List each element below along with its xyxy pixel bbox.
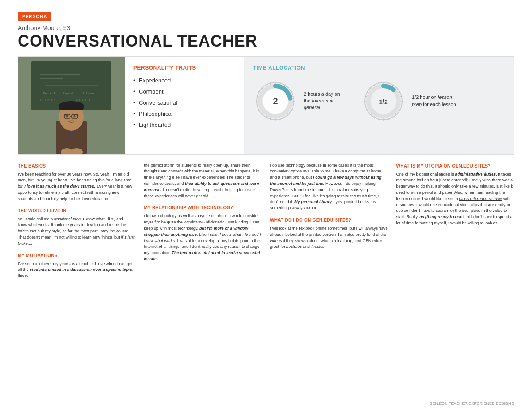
donut-svg-lesson: 1/2 xyxy=(361,79,406,123)
footer: GEN.EDU TEACHER EXPERIENCE DESIGN 5 xyxy=(430,401,514,406)
svg-text:Solution: Solution xyxy=(82,92,94,95)
page: PERSONA Anthony Moore, 53 CONVERSATIONAL… xyxy=(0,0,532,411)
text-genedo: I will look at the textbook online somet… xyxy=(270,226,388,250)
time-chart-internet: 2 2 hours a day on the Internet in gener… xyxy=(253,79,348,123)
svg-text:x + 4 = 0: x + 4 = 0 xyxy=(76,98,90,102)
heading-genedo: WHAT DO I DO ON GEN.EDU SITES? xyxy=(270,217,388,223)
personality-block: PERSONALITY TRAITS Experienced Confident… xyxy=(125,57,244,154)
time-chart-internet-desc: 2 hours a day on the Internet in general xyxy=(304,91,348,111)
svg-text:a² + b = c: a² + b = c xyxy=(40,98,55,102)
heading-motivations: MY MOTIVATIONS xyxy=(18,252,136,259)
column-2: the perfect storm for students to really… xyxy=(144,163,262,283)
heading-technology: MY RELATIONSHIP WITH TECHNOLOGY xyxy=(144,204,262,211)
column-4: WHAT IS MY UTOPIA ON GEN.EDU SITES? One … xyxy=(396,163,515,283)
svg-text:1/2: 1/2 xyxy=(379,98,388,106)
person-title: CONVERSATIONAL TEACHER xyxy=(18,32,514,50)
svg-text:2: 2 xyxy=(273,96,278,106)
photo-placeholder: Second Expand Solution a² + b = c x + 4 … xyxy=(18,57,125,154)
time-chart-lesson: 1/2 1/2 hour on lesson prep for each les… xyxy=(361,79,456,123)
donut-lesson: 1/2 xyxy=(361,79,406,123)
text-technology: I know technology as well as anyone out … xyxy=(144,213,262,262)
column-3: I do use technology because in some case… xyxy=(270,163,388,283)
text-technology-cont: I do use technology because in some case… xyxy=(270,163,388,211)
svg-rect-16 xyxy=(59,103,84,110)
svg-point-22 xyxy=(66,115,68,117)
trait-lighthearted: Lighthearted xyxy=(133,121,235,128)
personality-traits-list: Experienced Confident Conversational Phi… xyxy=(133,77,235,128)
person-name: Anthony Moore, 53 xyxy=(18,24,514,31)
time-chart-lesson-desc: 1/2 hour on lesson prep for each lesson xyxy=(412,94,456,108)
svg-point-23 xyxy=(74,115,76,117)
column-1: THE BASICS I've been teaching for over 3… xyxy=(18,163,136,283)
text-motivations: I've seen a lot over my years as a teach… xyxy=(18,261,136,279)
svg-text:Second: Second xyxy=(43,91,55,95)
trait-confident: Confident xyxy=(133,88,235,95)
time-charts: 2 2 hours a day on the Internet in gener… xyxy=(253,79,505,123)
trait-conversational: Conversational xyxy=(133,99,235,106)
persona-badge: PERSONA xyxy=(18,12,51,21)
donut-internet: 2 xyxy=(253,79,297,123)
time-block: TIME ALLOCATION xyxy=(244,57,514,154)
heading-basics: THE BASICS xyxy=(18,163,136,169)
text-utopia: One of my biggest challenges is administ… xyxy=(396,172,515,227)
personality-heading: PERSONALITY TRAITS xyxy=(133,65,235,71)
heading-world: THE WORLD I LIVE IN xyxy=(18,207,136,214)
text-world: You could call me a traditional man. I k… xyxy=(18,216,136,247)
donut-svg-internet: 2 xyxy=(253,79,297,123)
trait-experienced: Experienced xyxy=(133,77,235,84)
trait-philosophical: Philosophical xyxy=(133,110,235,117)
top-section: Second Expand Solution a² + b = c x + 4 … xyxy=(18,56,514,155)
teacher-photo-svg: Second Expand Solution a² + b = c x + 4 … xyxy=(18,57,125,154)
heading-utopia: WHAT IS MY UTOPIA ON GEN.EDU SITES? xyxy=(396,163,515,169)
photo-block: Second Expand Solution a² + b = c x + 4 … xyxy=(18,57,125,154)
svg-text:Expand: Expand xyxy=(63,92,73,95)
content-columns: THE BASICS I've been teaching for over 3… xyxy=(18,163,514,283)
time-heading: TIME ALLOCATION xyxy=(253,65,505,71)
text-basics: I've been teaching for over 30 years now… xyxy=(18,172,136,202)
text-motivations-cont: the perfect storm for students to really… xyxy=(144,163,262,200)
